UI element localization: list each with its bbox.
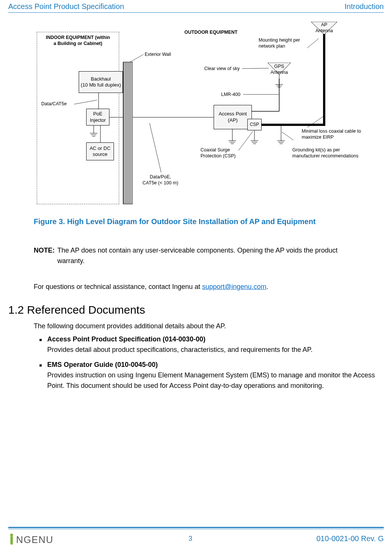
label-data-cat5e: Data/CAT5e — [41, 101, 67, 107]
ingenu-logo: NGENU — [8, 532, 64, 546]
list-item: ■ Access Point Product Specification (01… — [34, 334, 377, 355]
access-point-box: Access Point(AP) — [214, 105, 252, 129]
label-mounting-height: Mounting height pernetwork plan — [259, 37, 307, 49]
label-grounding-kit: Grounding kit(s) as permanufacturer reco… — [292, 147, 371, 159]
ac-dc-source-box: AC or DCsource — [86, 142, 114, 160]
list-item-body: Provides detail about product specificat… — [47, 345, 377, 355]
poe-injector-box: PoEInjector — [86, 109, 109, 126]
label-csp-full: Coaxial SurgeProtection (CSP) — [200, 147, 245, 159]
label-minimal-loss: Minimal loss coaxial cable tomaximize EI… — [302, 129, 373, 140]
backhaul-box: Backhaul(10 Mb full duplex) — [79, 71, 123, 93]
note-label: NOTE: — [34, 247, 55, 254]
svg-line-14 — [242, 68, 269, 69]
page-footer: NGENU 3 010-0021-00 Rev. G — [8, 527, 384, 548]
list-item-body: Provides instruction on using Ingenu Ele… — [47, 370, 377, 391]
page-number: 3 — [189, 535, 192, 543]
svg-text:NGENU: NGENU — [16, 534, 54, 545]
csp-box: CSP — [247, 119, 262, 130]
label-data-poe: Data/PoE,CAT5e (< 100 m) — [140, 174, 181, 186]
label-lmr400: LMR-400 — [221, 92, 240, 98]
note-body: The AP does not contain any user-service… — [57, 245, 365, 266]
support-pre: For questions or technical assistance, c… — [34, 283, 202, 290]
header-left: Access Point Product Specification — [8, 2, 124, 11]
doc-revision: 010-0021-00 Rev. G — [316, 534, 384, 543]
note-block: NOTE: The AP does not contain any user-s… — [34, 245, 377, 266]
indoor-title: INDOOR EQUIPMENT (withina Building or Ca… — [43, 35, 113, 46]
section-heading-1-2: 1.2 Referenced Documents — [8, 304, 145, 316]
svg-line-17 — [282, 132, 293, 140]
page-header: Access Point Product Specification Intro… — [8, 2, 384, 13]
label-clear-sky: Clear view of sky — [204, 66, 239, 72]
svg-line-6 — [150, 123, 161, 172]
header-right: Introduction — [344, 2, 384, 11]
coax-run-horizontal — [262, 124, 325, 126]
svg-line-0 — [130, 54, 144, 62]
installation-diagram: INDOOR EQUIPMENT (withina Building or Ca… — [34, 21, 388, 208]
list-item-title: EMS Operator Guide (010-0045-00) — [47, 360, 377, 370]
label-exterior-wall: Exterior Wall — [145, 52, 171, 58]
bullet-icon: ■ — [34, 337, 47, 355]
support-post: . — [266, 283, 268, 290]
list-item: ■ EMS Operator Guide (010-0045-00) Provi… — [34, 360, 377, 391]
exterior-wall — [123, 62, 133, 204]
label-ap-antenna: APAntenna — [314, 22, 334, 34]
support-line: For questions or technical assistance, c… — [34, 282, 377, 292]
support-email-link[interactable]: support@ingenu.com — [202, 283, 266, 290]
svg-line-15 — [307, 39, 319, 48]
coax-run-vertical — [323, 33, 325, 126]
list-item-title: Access Point Product Specification (014-… — [47, 334, 377, 345]
bullet-icon: ■ — [34, 362, 47, 391]
outdoor-title: OUTDOOR EQUIPMENT — [184, 30, 238, 36]
section-1-2-intro: The following document provides addition… — [34, 322, 377, 330]
label-gps-antenna: GPSAntenna — [269, 64, 289, 75]
figure-caption: Figure 3. High Level Diagram for Outdoor… — [34, 217, 384, 226]
referenced-documents-list: ■ Access Point Product Specification (01… — [34, 334, 377, 395]
